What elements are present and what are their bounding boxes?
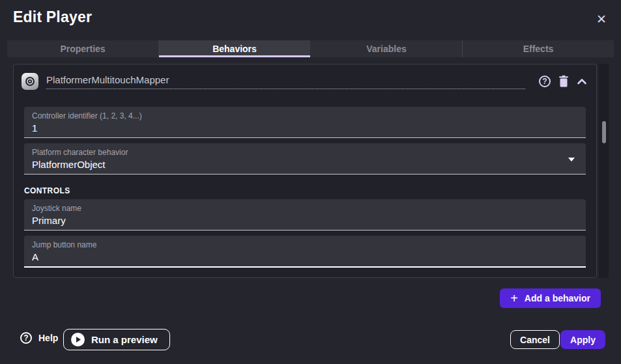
page-title: Edit Player	[13, 8, 92, 26]
caret-down-icon	[568, 158, 575, 161]
scrollbar-track[interactable]	[599, 64, 609, 278]
cancel-button[interactable]: Cancel	[510, 330, 560, 349]
help-label: Help	[38, 333, 58, 343]
help-circle-icon: ?	[20, 332, 32, 344]
apply-button[interactable]: Apply	[560, 330, 605, 349]
controls-section-label: CONTROLS	[24, 186, 586, 195]
tabbar: Properties Behaviors Variables Effects	[7, 40, 614, 57]
select-value[interactable]: PlatformerObject	[32, 157, 578, 170]
field-label: Joystick name	[32, 204, 578, 213]
tab-variables[interactable]: Variables	[310, 40, 462, 57]
gamepad-behavior-icon	[22, 73, 38, 90]
tab-properties[interactable]: Properties	[7, 40, 158, 57]
field-label: Platform character behavior	[32, 148, 578, 157]
behavior-name[interactable]: PlatformerMultitouchMapper	[46, 74, 525, 89]
field-label: Jump button name	[32, 240, 578, 249]
run-preview-button[interactable]: Run a preview	[63, 329, 170, 350]
joystick-name-input[interactable]	[32, 213, 578, 226]
edit-player-dialog: Edit Player ✕ Properties Behaviors Varia…	[0, 0, 621, 364]
run-preview-label: Run a preview	[91, 334, 158, 345]
behavior-card-header: PlatformerMultitouchMapper ?	[14, 64, 596, 90]
behavior-fields: Controller identifier (1, 2, 3, 4...) Pl…	[14, 107, 596, 268]
add-behavior-button[interactable]: + Add a behavior	[500, 288, 601, 308]
scrollbar-thumb[interactable]	[602, 121, 606, 143]
field-label: Controller identifier (1, 2, 3, 4...)	[32, 111, 578, 120]
help-icon[interactable]: ?	[539, 76, 551, 87]
help-button[interactable]: ? Help	[20, 332, 58, 344]
tab-effects[interactable]: Effects	[462, 40, 614, 57]
jump-button-name-input[interactable]	[32, 249, 578, 262]
joystick-name-field[interactable]: Joystick name	[24, 199, 586, 231]
controller-identifier-field[interactable]: Controller identifier (1, 2, 3, 4...)	[24, 107, 586, 138]
close-icon[interactable]: ✕	[593, 11, 610, 28]
jump-button-name-field[interactable]: Jump button name	[24, 236, 586, 268]
chevron-up-icon[interactable]	[577, 77, 587, 85]
platform-character-behavior-select[interactable]: Platform character behavior PlatformerOb…	[24, 143, 586, 175]
tab-behaviors[interactable]: Behaviors	[158, 40, 310, 57]
play-icon	[71, 333, 85, 346]
plus-icon: +	[510, 292, 518, 305]
trash-icon[interactable]	[558, 75, 570, 88]
controller-identifier-input[interactable]	[32, 120, 578, 133]
add-behavior-label: Add a behavior	[525, 293, 590, 303]
behavior-card: PlatformerMultitouchMapper ? Controller …	[13, 64, 597, 278]
